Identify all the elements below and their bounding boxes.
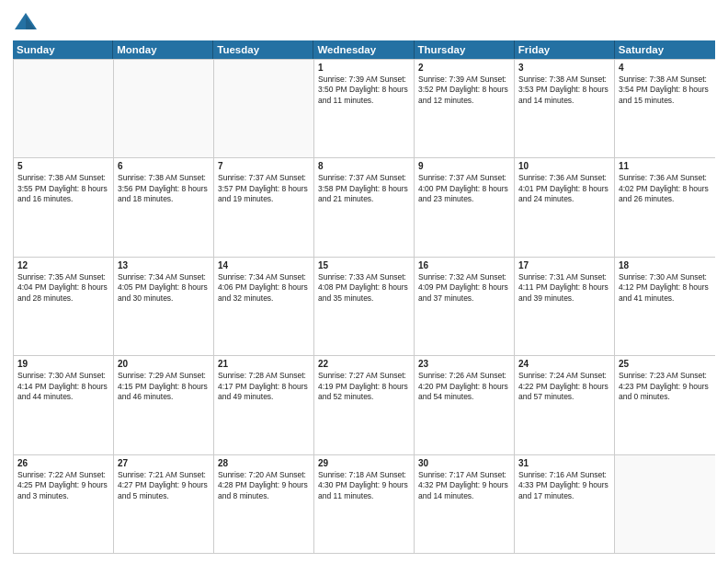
calendar-row: 1Sunrise: 7:39 AM Sunset: 3:50 PM Daylig… <box>14 59 715 157</box>
day-info: Sunrise: 7:37 AM Sunset: 3:58 PM Dayligh… <box>318 173 410 204</box>
day-info: Sunrise: 7:38 AM Sunset: 3:53 PM Dayligh… <box>518 75 610 106</box>
day-info: Sunrise: 7:36 AM Sunset: 4:01 PM Dayligh… <box>518 173 610 204</box>
day-number: 19 <box>17 359 109 369</box>
calendar-cell: 24Sunrise: 7:24 AM Sunset: 4:22 PM Dayli… <box>515 356 615 454</box>
day-number: 4 <box>619 63 711 73</box>
svg-marker-1 <box>26 17 35 29</box>
day-info: Sunrise: 7:29 AM Sunset: 4:15 PM Dayligh… <box>118 371 210 402</box>
day-number: 27 <box>118 458 210 468</box>
day-number: 31 <box>518 458 610 468</box>
day-number: 24 <box>518 359 610 369</box>
calendar-cell: 16Sunrise: 7:32 AM Sunset: 4:09 PM Dayli… <box>415 258 515 355</box>
calendar-cell: 7Sunrise: 7:37 AM Sunset: 3:57 PM Daylig… <box>214 158 314 256</box>
calendar-cell: 3Sunrise: 7:38 AM Sunset: 3:53 PM Daylig… <box>515 60 615 157</box>
day-number: 12 <box>17 260 109 270</box>
calendar-cell: 19Sunrise: 7:30 AM Sunset: 4:14 PM Dayli… <box>14 356 114 454</box>
calendar-row: 19Sunrise: 7:30 AM Sunset: 4:14 PM Dayli… <box>14 355 715 454</box>
calendar-cell: 22Sunrise: 7:27 AM Sunset: 4:19 PM Dayli… <box>314 356 415 454</box>
day-number: 13 <box>118 260 210 270</box>
calendar-cell: 28Sunrise: 7:20 AM Sunset: 4:28 PM Dayli… <box>214 455 314 553</box>
day-number: 6 <box>118 161 210 171</box>
day-info: Sunrise: 7:35 AM Sunset: 4:04 PM Dayligh… <box>17 272 109 304</box>
day-number: 8 <box>318 161 410 171</box>
day-info: Sunrise: 7:39 AM Sunset: 3:50 PM Dayligh… <box>318 75 410 106</box>
day-number: 28 <box>218 458 310 468</box>
weekday-header: Tuesday <box>213 40 313 59</box>
day-info: Sunrise: 7:23 AM Sunset: 4:23 PM Dayligh… <box>619 371 711 402</box>
day-number: 29 <box>318 458 410 468</box>
day-number: 7 <box>218 161 310 171</box>
day-info: Sunrise: 7:38 AM Sunset: 3:55 PM Dayligh… <box>17 173 109 204</box>
day-number: 2 <box>418 63 510 73</box>
day-number: 26 <box>17 458 109 468</box>
weekday-header: Monday <box>113 40 213 59</box>
day-info: Sunrise: 7:34 AM Sunset: 4:06 PM Dayligh… <box>218 272 310 304</box>
calendar-cell: 12Sunrise: 7:35 AM Sunset: 4:04 PM Dayli… <box>14 258 114 355</box>
day-number: 10 <box>518 161 610 171</box>
calendar-cell: 31Sunrise: 7:16 AM Sunset: 4:33 PM Dayli… <box>515 455 615 553</box>
calendar-cell: 29Sunrise: 7:18 AM Sunset: 4:30 PM Dayli… <box>314 455 415 553</box>
day-info: Sunrise: 7:28 AM Sunset: 4:17 PM Dayligh… <box>218 371 310 402</box>
day-info: Sunrise: 7:39 AM Sunset: 3:52 PM Dayligh… <box>418 75 510 106</box>
day-number: 15 <box>318 260 410 270</box>
day-number: 17 <box>518 260 610 270</box>
day-info: Sunrise: 7:18 AM Sunset: 4:30 PM Dayligh… <box>318 470 410 501</box>
weekday-header: Thursday <box>415 40 515 59</box>
day-info: Sunrise: 7:34 AM Sunset: 4:05 PM Dayligh… <box>118 272 210 304</box>
day-number: 25 <box>619 359 711 369</box>
logo-icon <box>13 9 39 35</box>
day-info: Sunrise: 7:20 AM Sunset: 4:28 PM Dayligh… <box>218 470 310 501</box>
day-number: 14 <box>218 260 310 270</box>
calendar-cell: 1Sunrise: 7:39 AM Sunset: 3:50 PM Daylig… <box>314 60 415 157</box>
calendar-cell: 2Sunrise: 7:39 AM Sunset: 3:52 PM Daylig… <box>415 60 515 157</box>
calendar-cell: 25Sunrise: 7:23 AM Sunset: 4:23 PM Dayli… <box>615 356 715 454</box>
day-info: Sunrise: 7:30 AM Sunset: 4:12 PM Dayligh… <box>619 272 711 304</box>
calendar-cell: 13Sunrise: 7:34 AM Sunset: 4:05 PM Dayli… <box>114 258 214 355</box>
day-info: Sunrise: 7:27 AM Sunset: 4:19 PM Dayligh… <box>318 371 410 402</box>
calendar-cell: 26Sunrise: 7:22 AM Sunset: 4:25 PM Dayli… <box>14 455 114 553</box>
calendar-row: 5Sunrise: 7:38 AM Sunset: 3:55 PM Daylig… <box>14 157 715 256</box>
page: SundayMondayTuesdayWednesdayThursdayFrid… <box>0 0 728 563</box>
day-info: Sunrise: 7:30 AM Sunset: 4:14 PM Dayligh… <box>17 371 109 402</box>
day-number: 1 <box>318 63 410 73</box>
day-info: Sunrise: 7:33 AM Sunset: 4:08 PM Dayligh… <box>318 272 410 304</box>
day-number: 30 <box>418 458 510 468</box>
day-info: Sunrise: 7:17 AM Sunset: 4:32 PM Dayligh… <box>418 470 510 501</box>
calendar-cell: 5Sunrise: 7:38 AM Sunset: 3:55 PM Daylig… <box>14 158 114 256</box>
day-info: Sunrise: 7:22 AM Sunset: 4:25 PM Dayligh… <box>17 470 109 501</box>
day-info: Sunrise: 7:38 AM Sunset: 3:56 PM Dayligh… <box>118 173 210 204</box>
day-number: 20 <box>118 359 210 369</box>
day-info: Sunrise: 7:36 AM Sunset: 4:02 PM Dayligh… <box>619 173 711 204</box>
day-number: 11 <box>619 161 711 171</box>
calendar-cell: 21Sunrise: 7:28 AM Sunset: 4:17 PM Dayli… <box>214 356 314 454</box>
calendar-cell: 14Sunrise: 7:34 AM Sunset: 4:06 PM Dayli… <box>214 258 314 355</box>
day-info: Sunrise: 7:16 AM Sunset: 4:33 PM Dayligh… <box>518 470 610 501</box>
day-info: Sunrise: 7:31 AM Sunset: 4:11 PM Dayligh… <box>518 272 610 304</box>
day-info: Sunrise: 7:32 AM Sunset: 4:09 PM Dayligh… <box>418 272 510 304</box>
logo <box>13 9 42 35</box>
weekday-header: Sunday <box>13 40 113 59</box>
day-info: Sunrise: 7:37 AM Sunset: 4:00 PM Dayligh… <box>418 173 510 204</box>
calendar-cell: 6Sunrise: 7:38 AM Sunset: 3:56 PM Daylig… <box>114 158 214 256</box>
calendar-cell: 4Sunrise: 7:38 AM Sunset: 3:54 PM Daylig… <box>615 60 715 157</box>
day-number: 23 <box>418 359 510 369</box>
day-info: Sunrise: 7:24 AM Sunset: 4:22 PM Dayligh… <box>518 371 610 402</box>
calendar-cell: 18Sunrise: 7:30 AM Sunset: 4:12 PM Dayli… <box>615 258 715 355</box>
calendar-cell <box>615 455 715 553</box>
calendar-cell: 27Sunrise: 7:21 AM Sunset: 4:27 PM Dayli… <box>114 455 214 553</box>
calendar-cell: 8Sunrise: 7:37 AM Sunset: 3:58 PM Daylig… <box>314 158 415 256</box>
calendar-cell <box>114 60 214 157</box>
calendar: SundayMondayTuesdayWednesdayThursdayFrid… <box>13 40 715 554</box>
calendar-cell: 15Sunrise: 7:33 AM Sunset: 4:08 PM Dayli… <box>314 258 415 355</box>
calendar-cell: 11Sunrise: 7:36 AM Sunset: 4:02 PM Dayli… <box>615 158 715 256</box>
day-info: Sunrise: 7:37 AM Sunset: 3:57 PM Dayligh… <box>218 173 310 204</box>
calendar-cell: 10Sunrise: 7:36 AM Sunset: 4:01 PM Dayli… <box>515 158 615 256</box>
calendar-cell: 9Sunrise: 7:37 AM Sunset: 4:00 PM Daylig… <box>415 158 515 256</box>
weekday-header: Wednesday <box>313 40 414 59</box>
day-number: 16 <box>418 260 510 270</box>
weekday-header: Saturday <box>615 40 715 59</box>
header <box>13 9 715 35</box>
calendar-body: 1Sunrise: 7:39 AM Sunset: 3:50 PM Daylig… <box>13 59 715 554</box>
calendar-header: SundayMondayTuesdayWednesdayThursdayFrid… <box>13 40 715 59</box>
day-number: 5 <box>17 161 109 171</box>
